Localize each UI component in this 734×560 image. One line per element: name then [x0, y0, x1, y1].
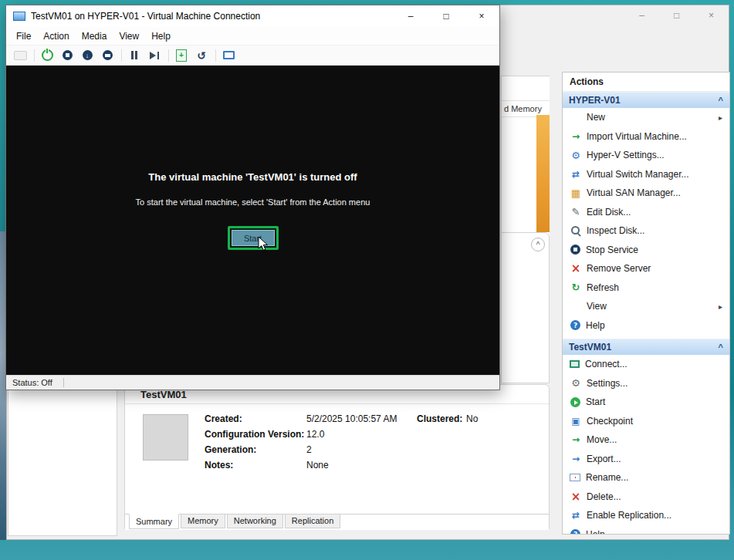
start-button[interactable]: Start: [232, 230, 275, 246]
action-label: New: [587, 112, 605, 123]
action-label: Help: [586, 529, 605, 535]
toolbar-separator: [121, 49, 122, 62]
move-icon: [570, 433, 582, 446]
vmconnect-titlebar[interactable]: TestVM01 on HYPER-V01 - Virtual Machine …: [6, 5, 499, 27]
refresh-icon: [570, 282, 582, 294]
toolbar-separator: [215, 49, 216, 62]
detail-value: 5/2/2025 10:05:57 AM: [306, 413, 397, 424]
action-label: Help: [586, 320, 605, 331]
pane-collapse-button[interactable]: ^: [531, 238, 545, 251]
hv-minimize-button[interactable]: –: [624, 5, 659, 25]
action-item-delete[interactable]: Delete...: [563, 487, 729, 507]
detail-row: Generation:2: [205, 444, 312, 455]
action-item-refresh[interactable]: Refresh: [563, 278, 729, 298]
mouse-cursor: [258, 236, 268, 254]
desktop: – □ × d Memory ^ TestVM01 Created:5/2/20…: [0, 0, 734, 560]
pause-icon[interactable]: [125, 48, 144, 63]
hv-close-button[interactable]: ×: [694, 5, 729, 25]
settings-icon: [570, 377, 582, 390]
action-label: Hyper-V Settings...: [587, 150, 665, 160]
action-item-export[interactable]: Export...: [563, 450, 729, 469]
vmc-minimize-button[interactable]: –: [393, 5, 428, 27]
inspect-disk-icon: [570, 224, 582, 237]
details-tab-bar: Summary Memory Networking Replication: [125, 514, 549, 530]
submenu-arrow-icon: ▸: [719, 302, 722, 311]
tab-summary[interactable]: Summary: [129, 514, 179, 529]
vmc-maximize-button[interactable]: □: [428, 5, 464, 27]
action-item-connect[interactable]: Connect...: [563, 355, 729, 374]
action-label: Connect...: [585, 359, 627, 369]
help-icon: [570, 320, 580, 330]
detail-row: Configuration Version:12.0: [205, 429, 324, 440]
action-label: Edit Disk...: [587, 207, 631, 218]
action-label: Inspect Disk...: [587, 225, 644, 236]
edit-disk-icon: [570, 206, 582, 218]
hv-maximize-button[interactable]: □: [659, 5, 694, 25]
vmc-close-button[interactable]: ×: [464, 5, 499, 27]
action-item-rename[interactable]: Rename...: [563, 468, 729, 487]
action-item-virtual-switch-manager[interactable]: Virtual Switch Manager...: [563, 165, 729, 184]
detail-label: Configuration Version:: [205, 429, 306, 440]
toolbar-separator: [168, 49, 169, 62]
actions-group-header-hyperv01[interactable]: HYPER-V01 ^: [563, 92, 729, 108]
tab-memory[interactable]: Memory: [181, 514, 225, 528]
action-item-edit-disk[interactable]: Edit Disk...: [563, 203, 729, 222]
actions-pane: Actions HYPER-V01 ^ New ▸ Import Virtual…: [562, 72, 730, 535]
tab-networking[interactable]: Networking: [227, 514, 283, 528]
spacer-icon: [570, 300, 582, 312]
action-label: Settings...: [587, 378, 627, 389]
vm-screen: The virtual machine 'TestVM01' is turned…: [6, 66, 499, 376]
group-header-label: TestVM01: [569, 342, 611, 353]
action-item-import-virtual-machine[interactable]: Import Virtual Machine...: [563, 127, 729, 147]
status-text: Status: Off: [12, 378, 52, 387]
action-item-view[interactable]: View ▸: [563, 297, 729, 316]
action-item-move[interactable]: Move...: [563, 430, 729, 450]
action-label: Delete...: [587, 491, 621, 502]
action-label: Checkpoint: [587, 416, 633, 427]
checkpoint-toolbar-icon[interactable]: [172, 48, 191, 63]
menu-view[interactable]: View: [113, 31, 145, 42]
save-state-icon[interactable]: [98, 48, 117, 63]
action-item-help-vm[interactable]: Help: [563, 525, 729, 535]
action-item-virtual-san-manager[interactable]: Virtual SAN Manager...: [563, 184, 729, 203]
tab-replication[interactable]: Replication: [285, 514, 340, 528]
detail-value: None: [306, 460, 329, 471]
menu-help[interactable]: Help: [145, 31, 177, 42]
action-item-start[interactable]: Start: [563, 393, 729, 412]
actions-group-header-testvm01[interactable]: TestVM01 ^: [563, 339, 729, 355]
reset-icon[interactable]: [145, 48, 164, 63]
shut-down-icon[interactable]: [78, 48, 96, 63]
action-item-enable-replication[interactable]: Enable Replication...: [563, 506, 729, 525]
action-item-stop-service[interactable]: Stop Service: [563, 241, 729, 260]
menu-media[interactable]: Media: [76, 31, 113, 42]
delete-icon: [570, 491, 582, 503]
action-item-help[interactable]: Help: [563, 316, 729, 336]
action-label: Refresh: [587, 282, 619, 293]
menu-action[interactable]: Action: [37, 31, 75, 42]
turn-off-icon[interactable]: [58, 48, 76, 63]
statusbar-divider: [63, 378, 64, 387]
detail-value: 12.0: [306, 429, 324, 440]
revert-icon[interactable]: [192, 48, 211, 63]
ctrl-alt-del-icon[interactable]: [11, 48, 29, 63]
vm-thumbnail[interactable]: [143, 414, 188, 460]
action-item-inspect-disk[interactable]: Inspect Disk...: [563, 221, 729, 241]
action-item-new[interactable]: New ▸: [563, 108, 729, 127]
detail-label: Notes:: [205, 460, 306, 471]
vmconnect-statusbar: Status: Off: [6, 375, 499, 390]
action-item-checkpoint[interactable]: Checkpoint: [563, 412, 729, 431]
start-vm-icon[interactable]: [38, 48, 56, 63]
spacer-icon: [570, 111, 582, 123]
action-item-remove-server[interactable]: Remove Server: [563, 259, 729, 278]
chevron-up-icon: ^: [536, 241, 540, 249]
virtual-san-icon: [570, 187, 582, 199]
toolbar-separator: [34, 49, 35, 62]
enhanced-session-icon[interactable]: [219, 48, 238, 63]
collapse-chevron-icon[interactable]: ^: [719, 342, 723, 352]
collapse-chevron-icon[interactable]: ^: [719, 96, 723, 105]
vmconnect-toolbar: [6, 45, 499, 66]
action-item-hyperv-settings[interactable]: Hyper-V Settings...: [563, 146, 729, 165]
menu-file[interactable]: File: [10, 31, 37, 42]
action-label: Virtual SAN Manager...: [587, 187, 681, 198]
action-item-settings[interactable]: Settings...: [563, 374, 729, 393]
